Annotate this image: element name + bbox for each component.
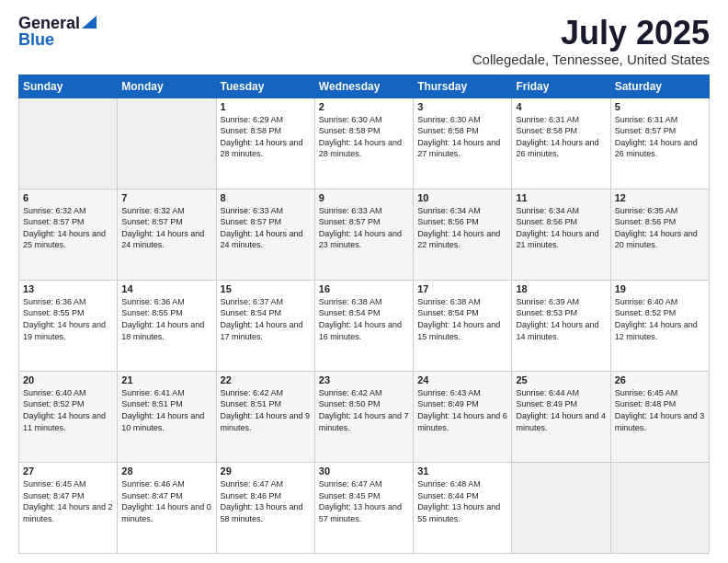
day-number: 12 — [615, 192, 705, 203]
day-info: Sunrise: 6:34 AMSunset: 8:56 PMDaylight:… — [417, 205, 507, 251]
day-info: Sunrise: 6:40 AMSunset: 8:52 PMDaylight:… — [615, 296, 705, 342]
day-number: 22 — [221, 374, 311, 385]
day-info: Sunrise: 6:32 AMSunset: 8:57 PMDaylight:… — [23, 205, 113, 251]
table-row: 12Sunrise: 6:35 AMSunset: 8:56 PMDayligh… — [610, 189, 709, 280]
table-row: 10Sunrise: 6:34 AMSunset: 8:56 PMDayligh… — [414, 189, 512, 280]
day-number: 6 — [23, 192, 113, 203]
day-info: Sunrise: 6:45 AMSunset: 8:47 PMDaylight:… — [23, 478, 113, 524]
table-row: 16Sunrise: 6:38 AMSunset: 8:54 PMDayligh… — [314, 280, 413, 371]
table-row — [610, 462, 709, 553]
table-row: 8Sunrise: 6:33 AMSunset: 8:57 PMDaylight… — [216, 189, 314, 280]
day-number: 31 — [417, 465, 507, 477]
table-row: 24Sunrise: 6:43 AMSunset: 8:49 PMDayligh… — [414, 371, 512, 462]
header: General Blue July 2025 Collegedale, Tenn… — [18, 15, 710, 67]
col-wednesday: Wednesday — [314, 75, 413, 98]
day-info: Sunrise: 6:42 AMSunset: 8:51 PMDaylight:… — [221, 387, 311, 433]
day-info: Sunrise: 6:37 AMSunset: 8:54 PMDaylight:… — [221, 296, 311, 342]
title-section: July 2025 Collegedale, Tennessee, United… — [472, 15, 710, 67]
table-row: 30Sunrise: 6:47 AMSunset: 8:45 PMDayligh… — [314, 462, 413, 553]
day-number: 5 — [615, 101, 705, 112]
table-row: 26Sunrise: 6:45 AMSunset: 8:48 PMDayligh… — [610, 371, 709, 462]
day-info: Sunrise: 6:47 AMSunset: 8:45 PMDaylight:… — [319, 478, 409, 524]
table-row: 3Sunrise: 6:30 AMSunset: 8:58 PMDaylight… — [414, 98, 512, 189]
table-row: 22Sunrise: 6:42 AMSunset: 8:51 PMDayligh… — [216, 371, 314, 462]
day-number: 30 — [319, 465, 409, 477]
day-info: Sunrise: 6:32 AMSunset: 8:57 PMDaylight:… — [121, 205, 211, 251]
day-info: Sunrise: 6:43 AMSunset: 8:49 PMDaylight:… — [417, 387, 507, 433]
day-number: 4 — [516, 101, 606, 112]
table-row: 2Sunrise: 6:30 AMSunset: 8:58 PMDaylight… — [314, 98, 413, 189]
col-sunday: Sunday — [19, 75, 118, 98]
day-info: Sunrise: 6:33 AMSunset: 8:57 PMDaylight:… — [221, 205, 311, 251]
day-info: Sunrise: 6:31 AMSunset: 8:58 PMDaylight:… — [516, 114, 606, 160]
day-number: 10 — [417, 192, 507, 203]
day-number: 3 — [417, 101, 507, 112]
day-info: Sunrise: 6:31 AMSunset: 8:57 PMDaylight:… — [615, 114, 705, 160]
day-info: Sunrise: 6:48 AMSunset: 8:44 PMDaylight:… — [417, 478, 507, 524]
table-row: 27Sunrise: 6:45 AMSunset: 8:47 PMDayligh… — [19, 462, 118, 553]
col-saturday: Saturday — [610, 75, 709, 98]
table-row — [512, 462, 610, 553]
day-info: Sunrise: 6:36 AMSunset: 8:55 PMDaylight:… — [121, 296, 211, 342]
day-info: Sunrise: 6:40 AMSunset: 8:52 PMDaylight:… — [23, 387, 113, 433]
table-row: 18Sunrise: 6:39 AMSunset: 8:53 PMDayligh… — [512, 280, 610, 371]
day-info: Sunrise: 6:47 AMSunset: 8:46 PMDaylight:… — [221, 478, 311, 524]
table-row: 25Sunrise: 6:44 AMSunset: 8:49 PMDayligh… — [512, 371, 610, 462]
day-number: 29 — [221, 465, 311, 477]
calendar-title: July 2025 — [472, 15, 710, 52]
table-row: 21Sunrise: 6:41 AMSunset: 8:51 PMDayligh… — [118, 371, 216, 462]
table-row — [118, 98, 216, 189]
logo-icon — [82, 16, 97, 29]
table-row: 7Sunrise: 6:32 AMSunset: 8:57 PMDaylight… — [118, 189, 216, 280]
day-info: Sunrise: 6:38 AMSunset: 8:54 PMDaylight:… — [319, 296, 409, 342]
day-number: 17 — [417, 283, 507, 294]
day-number: 14 — [121, 283, 211, 294]
table-row: 15Sunrise: 6:37 AMSunset: 8:54 PMDayligh… — [216, 280, 314, 371]
table-row: 14Sunrise: 6:36 AMSunset: 8:55 PMDayligh… — [118, 280, 216, 371]
day-number: 20 — [23, 374, 113, 385]
day-info: Sunrise: 6:38 AMSunset: 8:54 PMDaylight:… — [417, 296, 507, 342]
day-number: 24 — [417, 374, 507, 385]
svg-marker-0 — [82, 16, 97, 29]
day-info: Sunrise: 6:39 AMSunset: 8:53 PMDaylight:… — [516, 296, 606, 342]
calendar-table: Sunday Monday Tuesday Wednesday Thursday… — [18, 75, 710, 554]
day-number: 21 — [121, 374, 211, 385]
col-thursday: Thursday — [414, 75, 512, 98]
day-info: Sunrise: 6:44 AMSunset: 8:49 PMDaylight:… — [516, 387, 606, 433]
day-number: 9 — [319, 192, 409, 203]
logo-blue: Blue — [18, 30, 54, 49]
logo: General Blue — [18, 15, 97, 49]
table-row: 19Sunrise: 6:40 AMSunset: 8:52 PMDayligh… — [610, 280, 709, 371]
day-info: Sunrise: 6:35 AMSunset: 8:56 PMDaylight:… — [615, 205, 705, 251]
day-info: Sunrise: 6:41 AMSunset: 8:51 PMDaylight:… — [121, 387, 211, 433]
day-number: 27 — [23, 465, 113, 477]
table-row: 5Sunrise: 6:31 AMSunset: 8:57 PMDaylight… — [610, 98, 709, 189]
col-monday: Monday — [118, 75, 216, 98]
table-row — [19, 98, 118, 189]
day-number: 8 — [221, 192, 311, 203]
calendar-header-row: Sunday Monday Tuesday Wednesday Thursday… — [19, 75, 710, 98]
day-number: 13 — [23, 283, 113, 294]
col-friday: Friday — [512, 75, 610, 98]
table-row: 4Sunrise: 6:31 AMSunset: 8:58 PMDaylight… — [512, 98, 610, 189]
day-number: 11 — [516, 192, 606, 203]
day-number: 16 — [319, 283, 409, 294]
day-number: 25 — [516, 374, 606, 385]
day-info: Sunrise: 6:30 AMSunset: 8:58 PMDaylight:… — [417, 114, 507, 160]
day-info: Sunrise: 6:30 AMSunset: 8:58 PMDaylight:… — [319, 114, 409, 160]
day-info: Sunrise: 6:29 AMSunset: 8:58 PMDaylight:… — [221, 114, 311, 160]
table-row: 11Sunrise: 6:34 AMSunset: 8:56 PMDayligh… — [512, 189, 610, 280]
day-info: Sunrise: 6:42 AMSunset: 8:50 PMDaylight:… — [319, 387, 409, 433]
logo-general: General — [18, 15, 80, 31]
day-number: 15 — [221, 283, 311, 294]
table-row: 9Sunrise: 6:33 AMSunset: 8:57 PMDaylight… — [314, 189, 413, 280]
table-row: 28Sunrise: 6:46 AMSunset: 8:47 PMDayligh… — [118, 462, 216, 553]
table-row: 6Sunrise: 6:32 AMSunset: 8:57 PMDaylight… — [19, 189, 118, 280]
day-number: 28 — [121, 465, 211, 477]
day-info: Sunrise: 6:33 AMSunset: 8:57 PMDaylight:… — [319, 205, 409, 251]
table-row: 13Sunrise: 6:36 AMSunset: 8:55 PMDayligh… — [19, 280, 118, 371]
day-number: 1 — [221, 101, 311, 112]
calendar-subtitle: Collegedale, Tennessee, United States — [472, 52, 710, 67]
table-row: 31Sunrise: 6:48 AMSunset: 8:44 PMDayligh… — [414, 462, 512, 553]
day-info: Sunrise: 6:34 AMSunset: 8:56 PMDaylight:… — [516, 205, 606, 251]
